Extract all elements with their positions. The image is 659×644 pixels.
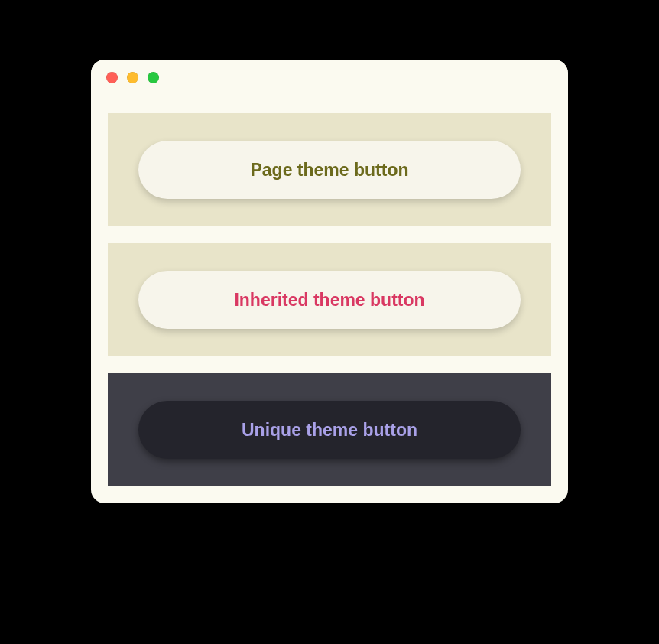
page-theme-panel: Page theme button	[108, 113, 551, 226]
window-titlebar	[91, 60, 568, 96]
minimize-icon[interactable]	[127, 72, 138, 83]
content-area: Page theme button Inherited theme button…	[91, 96, 568, 503]
unique-theme-panel: Unique theme button	[108, 373, 551, 486]
inherited-theme-panel: Inherited theme button	[108, 243, 551, 356]
close-icon[interactable]	[106, 72, 118, 83]
unique-theme-button[interactable]: Unique theme button	[138, 401, 521, 459]
page-theme-button[interactable]: Page theme button	[138, 141, 521, 199]
inherited-theme-button[interactable]: Inherited theme button	[138, 271, 521, 329]
maximize-icon[interactable]	[148, 72, 159, 83]
app-window: Page theme button Inherited theme button…	[91, 60, 568, 503]
